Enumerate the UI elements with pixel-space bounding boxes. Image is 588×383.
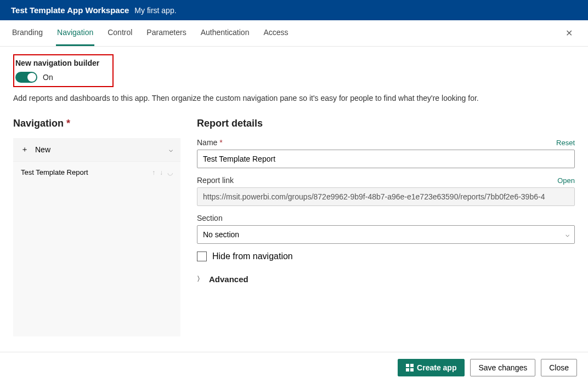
- details-panel: Report details Name * Reset Report link …: [197, 118, 575, 336]
- main-content: New navigation builder On Add reports an…: [0, 47, 588, 352]
- tab-access[interactable]: Access: [262, 20, 289, 46]
- close-button[interactable]: Close: [541, 359, 577, 376]
- save-changes-button[interactable]: Save changes: [470, 359, 535, 376]
- tab-branding[interactable]: Branding: [11, 20, 44, 46]
- plus-icon: ＋: [21, 145, 29, 155]
- create-app-button[interactable]: Create app: [398, 359, 465, 376]
- app-header: Test Template App Workspace My first app…: [0, 0, 588, 20]
- hide-from-nav-row[interactable]: Hide from navigation: [197, 251, 575, 261]
- name-label-text: Name: [197, 138, 217, 147]
- close-icon[interactable]: ✕: [561, 26, 577, 41]
- reset-link[interactable]: Reset: [556, 139, 575, 147]
- chevron-right-icon: 〉: [197, 275, 203, 284]
- nav-builder-state: On: [43, 73, 53, 82]
- section-select[interactable]: [197, 225, 575, 244]
- footer-bar: Create app Save changes Close: [0, 352, 588, 383]
- svg-rect-1: [410, 364, 414, 367]
- navigation-heading: Navigation *: [13, 118, 180, 129]
- create-app-label: Create app: [417, 363, 456, 372]
- move-down-icon[interactable]: ↓: [160, 169, 163, 176]
- workspace-subtitle: My first app.: [134, 6, 176, 15]
- section-label: Section: [197, 214, 223, 222]
- visibility-icon[interactable]: ◡: [167, 169, 173, 176]
- workspace-title: Test Template App Workspace: [11, 5, 129, 15]
- required-asterisk: *: [66, 118, 70, 129]
- tab-control[interactable]: Control: [106, 20, 133, 46]
- advanced-toggle[interactable]: 〉 Advanced: [197, 275, 575, 284]
- name-input[interactable]: [197, 150, 575, 168]
- hide-label: Hide from navigation: [212, 251, 293, 261]
- new-nav-item-button[interactable]: ＋ New ⌵: [13, 138, 180, 161]
- hide-checkbox[interactable]: [197, 251, 207, 261]
- svg-rect-2: [406, 368, 409, 371]
- nav-item[interactable]: Test Template Report ↑ ↓ ◡: [13, 161, 180, 183]
- tab-bar: Branding Navigation Control Parameters A…: [0, 20, 588, 47]
- navigation-panel: Navigation * ＋ New ⌵ Test Template Repor…: [13, 118, 180, 336]
- new-button-label: New: [35, 145, 50, 154]
- app-icon: [406, 364, 414, 371]
- nav-item-list: Test Template Report ↑ ↓ ◡: [13, 161, 180, 336]
- nav-builder-highlight: New navigation builder On: [13, 54, 114, 87]
- tab-authentication[interactable]: Authentication: [200, 20, 251, 46]
- required-asterisk: *: [219, 138, 222, 147]
- move-up-icon[interactable]: ↑: [152, 169, 155, 176]
- nav-builder-toggle[interactable]: [15, 72, 37, 83]
- tab-navigation[interactable]: Navigation: [56, 20, 94, 46]
- open-link[interactable]: Open: [557, 176, 575, 185]
- name-label: Name *: [197, 138, 223, 147]
- nav-builder-description: Add reports and dashboards to this app. …: [13, 94, 575, 102]
- nav-builder-title: New navigation builder: [15, 59, 99, 67]
- advanced-label: Advanced: [209, 275, 248, 284]
- nav-item-label: Test Template Report: [21, 168, 88, 176]
- report-link-label: Report link: [197, 176, 234, 185]
- tab-parameters[interactable]: Parameters: [145, 20, 187, 46]
- svg-rect-3: [410, 368, 414, 371]
- navigation-heading-text: Navigation: [13, 118, 64, 129]
- details-heading: Report details: [197, 118, 575, 129]
- toggle-knob: [27, 73, 36, 82]
- chevron-down-icon: ⌵: [169, 146, 173, 153]
- report-link-input[interactable]: [197, 187, 575, 206]
- svg-rect-0: [406, 364, 409, 367]
